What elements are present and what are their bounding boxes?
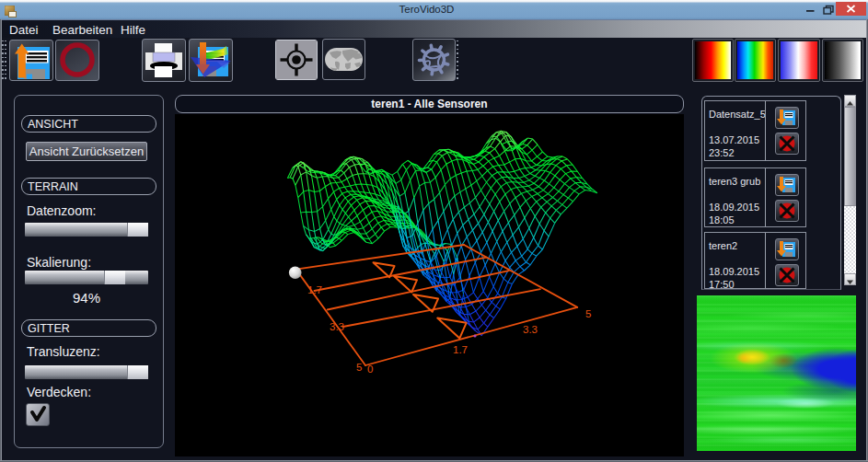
svg-text:1.7: 1.7 <box>307 284 322 295</box>
svg-text:5: 5 <box>356 362 362 373</box>
svg-text:3.3: 3.3 <box>523 324 538 335</box>
svg-text:1.7: 1.7 <box>453 344 468 355</box>
svg-text:3.3: 3.3 <box>330 321 344 332</box>
svg-text:5: 5 <box>585 308 591 319</box>
svg-text:0: 0 <box>367 364 373 375</box>
